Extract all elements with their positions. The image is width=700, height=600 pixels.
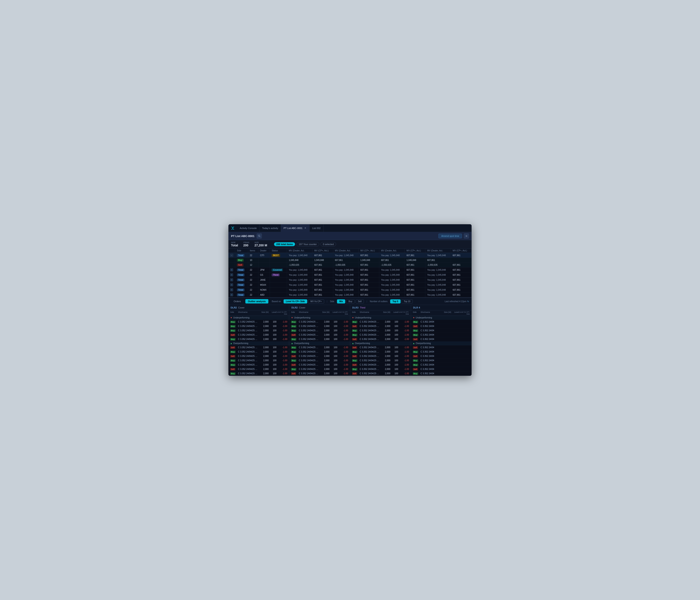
outlier-row[interactable]: Buy C 3.352 24/04: [411, 371, 472, 376]
expand-icon[interactable]: +: [230, 283, 233, 286]
refresh-icon[interactable]: ↻: [467, 300, 469, 303]
th-mv2: MV (CP+, Act.): [312, 249, 333, 253]
outlier-row[interactable]: Sell C 3.352 24/04/25 c24 2,000 100 -1.0…: [289, 363, 350, 367]
outlier-row[interactable]: Buy C 3.352 24/04: [411, 320, 472, 324]
outlier-row[interactable]: Buy C 3.352 24/04/25 c24 2,000 100 -1.00: [228, 328, 289, 333]
outlier-row[interactable]: Buy C 3.352 24/04: [411, 328, 472, 333]
outlier-row[interactable]: Buy C 3.352 24/04/25 c24 2,000 100 -1.00: [228, 337, 289, 342]
expand-icon[interactable]: +: [230, 288, 233, 291]
table-row[interactable]: + Total 22 JANE You pay: 1,045,848 607,8…: [228, 277, 472, 282]
tab-list-002[interactable]: List 002: [309, 224, 324, 232]
table-row[interactable]: + Total 22 MSAX You pay: 1,045,848 607,8…: [228, 282, 472, 288]
td-mv6: 607,861: [405, 293, 425, 297]
outlier-row[interactable]: Buy C 3.352 24/04/25 c24 2,000 100 -1.00: [350, 333, 411, 337]
outlier-row[interactable]: Buy C 3.352 24/04/25 c24 2,000 100 -1.00: [289, 337, 350, 342]
outlier-row[interactable]: Sell C 3.352 24/04/25 c24 2,000 100 -1.0…: [350, 345, 411, 350]
outlier-row[interactable]: Buy C 3.352 24/04/25 c24 2,000 100 -1.00: [350, 350, 411, 354]
outlier-row[interactable]: Sell C 3.352 24/04: [411, 324, 472, 328]
outlier-row[interactable]: Sell C 3.352 24/04/25 c24 2,000 100 -1.0…: [228, 367, 289, 371]
outlier-row[interactable]: Buy C 3.352 24/04/25 c24 2,000 100 -1.00: [289, 345, 350, 350]
td-mv5: You pay: 1,045,848: [379, 272, 405, 277]
size: 2,000: [319, 368, 330, 370]
table-row[interactable]: + Total 22 NOMX You pay: 1,045,848 607,8…: [228, 288, 472, 293]
orders-tab-btn[interactable]: Orders: [231, 299, 244, 303]
outlier-row[interactable]: Sell C 3.352 24/04: [411, 354, 472, 358]
filter-selected[interactable]: 0 selected: [321, 242, 336, 246]
outlier-row[interactable]: Sell C 3.352 24/04/25 c24 2,000 100 -1.0…: [289, 371, 350, 376]
outlier-row[interactable]: Buy C 3.352 24/04/25 c24 2,000 100 -1.00: [350, 367, 411, 371]
tab-close-icon[interactable]: ✕: [304, 227, 307, 230]
menu-button[interactable]: ≡: [464, 233, 469, 239]
filter-total-items[interactable]: 200 total items: [274, 242, 295, 246]
outlier-row[interactable]: Buy C 3.352 24/04/25 c24 2,000 100 -1.00: [289, 328, 350, 333]
table-row[interactable]: + Total 22 JPM Covered You pay: 1,045,84…: [228, 268, 472, 272]
outlier-row[interactable]: Buy C 3.352 24/04/25 c24 2,000 100 -1.00: [228, 371, 289, 376]
outlier-row[interactable]: Buy C 3.352 24/04: [411, 358, 472, 363]
panel-col-headers: Side Shortname Size (M) Level Level Vs C…: [228, 310, 289, 316]
outlier-row[interactable]: Buy C 3.352 24/04/25 c24 2,000 100 -1.00: [289, 320, 350, 324]
tab-todays-activity[interactable]: Today's activity: [259, 224, 281, 232]
expand-icon[interactable]: +: [230, 293, 233, 296]
buy-btn[interactable]: Buy: [346, 299, 354, 303]
sell-btn[interactable]: Sell: [356, 299, 364, 303]
td-expand[interactable]: +: [228, 277, 235, 282]
outlier-row[interactable]: Buy C 3.352 24/04/25 c24 2,000 100 -1.00: [228, 350, 289, 354]
outlier-row[interactable]: Sell C 3.352 24/04: [411, 337, 472, 342]
outlier-row[interactable]: Buy C 3.352 24/04/25 c24 2,000 100 -1.00: [350, 358, 411, 363]
td-expand[interactable]: +: [228, 268, 235, 272]
outlier-row[interactable]: Sell C 3.352 24/04/25 c24 2,000 100 -1.0…: [228, 354, 289, 358]
outlier-row[interactable]: Sell C 3.352 24/04: [411, 345, 472, 350]
level-vs-cp-side-btn[interactable]: Level Vs CP+ Side: [283, 299, 307, 303]
table-row[interactable]: + Total 22 ABD You pay: 1,045,848 607,86…: [228, 293, 472, 297]
outlier-row[interactable]: Buy C 3.352 24/04: [411, 350, 472, 354]
expand-icon[interactable]: +: [230, 268, 233, 271]
table-row[interactable]: Buy 10 1,045,848 1,045,848 607,861 1,045…: [228, 258, 472, 262]
outlier-analysis-tab-btn[interactable]: Outlier analysis: [245, 299, 268, 303]
outlier-row[interactable]: Buy C 3.352 24/04/25 c24 2,000 100 -1.00: [289, 358, 350, 363]
outlier-row[interactable]: Sell C 3.352 24/04/25 c24 2,000 100 -1.0…: [350, 363, 411, 367]
outlier-row[interactable]: Buy C 3.352 24/04/25 c24 2,000 100 -1.00: [350, 320, 411, 324]
outlier-row[interactable]: Sell C 3.352 24/04/25 c24 2,000 100 -1.0…: [228, 333, 289, 337]
outlier-row[interactable]: Buy C 3.352 24/04/25 c24 2,000 100 -1.00: [350, 328, 411, 333]
outlier-row[interactable]: Buy C 3.352 24/04: [411, 363, 472, 367]
outlier-row[interactable]: Buy C 3.352 24/04/25 c24 2,000 100 -1.00: [228, 358, 289, 363]
outlier-row[interactable]: Buy C 3.352 24/04/25 c24 2,000 100 -1.00: [228, 320, 289, 324]
mix-btn[interactable]: Mix: [337, 299, 346, 303]
mv-vs-cp-btn[interactable]: MV Vs CP+: [308, 299, 324, 303]
outlier-row[interactable]: Buy C 3.352 24/04/25 c24 2,000 100 -1.00: [289, 367, 350, 371]
outlier-row[interactable]: Sell C 3.352 24/04: [411, 367, 472, 371]
outlier-row[interactable]: Buy C 3.352 24/04/25 c24 2,000 100 -1.00: [289, 350, 350, 354]
filter-your-counter[interactable]: 197 Your counter: [296, 242, 319, 246]
top5-btn[interactable]: Top 5: [390, 299, 401, 303]
vs-cp: -1.00: [398, 334, 409, 336]
td-expand[interactable]: +: [228, 272, 235, 277]
amend-spot-time-button[interactable]: Amend spot time: [439, 233, 462, 239]
table-row[interactable]: Sell 12 -1,050,635 607,861 -1,050,635 60…: [228, 262, 472, 268]
outlier-row[interactable]: Sell C 3.352 24/04/25 c24 2,000 100 -1.0…: [228, 345, 289, 350]
shortname: C 3.352 24/04/25 c24: [238, 329, 258, 332]
expand-icon[interactable]: −: [230, 254, 233, 257]
search-button[interactable]: [257, 233, 262, 239]
expand-icon[interactable]: +: [230, 273, 233, 276]
outlier-row[interactable]: Buy C 3.352 24/04/25 c24 2,000 100 -1.00: [289, 324, 350, 328]
outlier-row[interactable]: Sell C 3.352 24/04/25 c24 2,000 100 -1.0…: [350, 324, 411, 328]
top10-btn[interactable]: Top 10: [401, 299, 413, 303]
td-expand[interactable]: −: [228, 253, 235, 258]
outlier-row[interactable]: Buy C 3.352 24/04: [411, 333, 472, 337]
td-expand[interactable]: +: [228, 293, 235, 297]
table-row[interactable]: + Total 22 GS Third You pay: 1,045,848 6…: [228, 272, 472, 277]
table-row[interactable]: − Total 22 CITI BEST You pay: 1,045,848 …: [228, 253, 472, 258]
td-expand[interactable]: +: [228, 288, 235, 293]
outlier-row[interactable]: Sell C 3.352 24/04/25 c24 2,000 100 -1.0…: [350, 354, 411, 358]
outlier-row[interactable]: Buy C 3.352 24/04/25 c24 2,000 100 -1.00: [228, 324, 289, 328]
tab-pt-list[interactable]: PT List ABC-0001 ✕: [281, 224, 309, 232]
outlier-row[interactable]: Sell C 3.352 24/04/25 c24 2,000 100 -1.0…: [350, 337, 411, 342]
outlier-row[interactable]: Buy C 3.352 24/04/25 c24 2,000 100 -1.00: [228, 363, 289, 367]
expand-icon[interactable]: +: [230, 278, 233, 281]
tab-activity-console[interactable]: Activity Console: [237, 224, 259, 232]
outlier-row[interactable]: Sell C 3.352 24/04/25 c24 2,000 100 -1.0…: [289, 333, 350, 337]
td-expand[interactable]: +: [228, 282, 235, 288]
outlier-row[interactable]: Sell C 3.352 24/04/25 c24 2,000 100 -1.0…: [289, 354, 350, 358]
td-dealer: [258, 258, 270, 262]
outlier-row[interactable]: Sell C 3.352 24/04/25 c24 2,000 100 -1.0…: [350, 371, 411, 376]
